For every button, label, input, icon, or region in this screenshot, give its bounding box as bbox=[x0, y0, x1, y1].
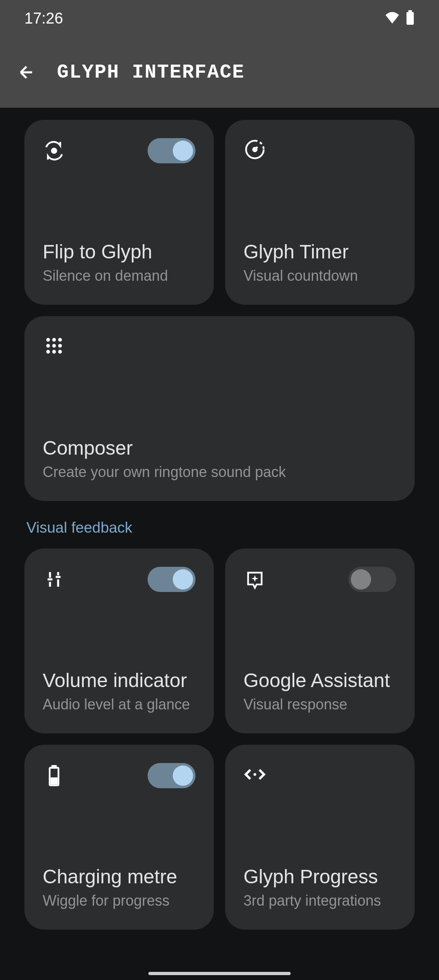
sliders-icon bbox=[43, 568, 65, 591]
card-subtitle: 3rd party integrations bbox=[243, 892, 396, 909]
back-button[interactable] bbox=[16, 62, 37, 82]
card-subtitle: Visual response bbox=[243, 696, 396, 713]
card-subtitle: Visual countdown bbox=[243, 267, 396, 284]
charging-metre-toggle[interactable] bbox=[148, 763, 196, 788]
card-subtitle: Create your own ringtone sound pack bbox=[43, 463, 396, 481]
svg-rect-1 bbox=[406, 12, 414, 25]
app-header: GLYPH INTERFACE bbox=[0, 37, 439, 108]
wifi-icon bbox=[385, 11, 400, 25]
page-title: GLYPH INTERFACE bbox=[57, 61, 245, 83]
composer-card[interactable]: Composer Create your own ringtone sound … bbox=[24, 316, 415, 501]
status-time: 17:26 bbox=[24, 10, 63, 27]
google-assistant-toggle[interactable] bbox=[348, 567, 396, 592]
card-title: Volume indicator bbox=[43, 669, 196, 692]
card-subtitle: Audio level at a glance bbox=[43, 696, 196, 713]
battery-icon bbox=[43, 765, 65, 787]
flip-to-glyph-toggle[interactable] bbox=[148, 138, 196, 163]
card-subtitle: Silence on demand bbox=[43, 267, 196, 284]
status-icons bbox=[385, 10, 415, 26]
code-brackets-icon bbox=[243, 763, 266, 785]
section-header-visual-feedback: Visual feedback bbox=[24, 519, 415, 536]
svg-point-6 bbox=[58, 338, 62, 341]
battery-icon bbox=[406, 10, 415, 26]
svg-rect-21 bbox=[51, 778, 57, 784]
card-title: Google Assistant bbox=[243, 669, 396, 692]
svg-point-9 bbox=[58, 344, 62, 347]
composer-grid-icon bbox=[43, 334, 65, 357]
svg-point-7 bbox=[46, 344, 50, 347]
svg-point-12 bbox=[58, 350, 62, 353]
volume-indicator-toggle[interactable] bbox=[148, 567, 196, 592]
card-title: Charging metre bbox=[43, 865, 196, 889]
volume-indicator-card[interactable]: Volume indicator Audio level at a glance bbox=[24, 549, 214, 733]
svg-point-8 bbox=[52, 344, 56, 347]
card-title: Glyph Progress bbox=[243, 865, 396, 889]
card-title: Composer bbox=[43, 436, 396, 460]
status-bar: 17:26 bbox=[0, 0, 439, 37]
svg-rect-0 bbox=[409, 10, 412, 12]
assistant-sparkle-icon bbox=[243, 568, 266, 591]
card-title: Glyph Timer bbox=[243, 240, 396, 264]
content-area: Flip to Glyph Silence on demand Glyph Ti… bbox=[0, 108, 439, 953]
svg-point-5 bbox=[52, 338, 56, 341]
timer-icon bbox=[243, 138, 266, 160]
card-subtitle: Wiggle for progress bbox=[43, 892, 196, 909]
flip-glyph-icon bbox=[43, 140, 65, 162]
svg-point-4 bbox=[46, 338, 50, 341]
svg-point-10 bbox=[46, 350, 50, 353]
nav-indicator[interactable] bbox=[148, 972, 291, 975]
glyph-timer-card[interactable]: Glyph Timer Visual countdown bbox=[225, 120, 415, 305]
charging-metre-card[interactable]: Charging metre Wiggle for progress bbox=[24, 745, 214, 930]
svg-point-22 bbox=[253, 773, 256, 776]
svg-point-11 bbox=[52, 350, 56, 353]
svg-point-2 bbox=[52, 149, 56, 153]
flip-to-glyph-card[interactable]: Flip to Glyph Silence on demand bbox=[24, 120, 214, 305]
google-assistant-card[interactable]: Google Assistant Visual response bbox=[225, 549, 415, 733]
glyph-progress-card[interactable]: Glyph Progress 3rd party integrations bbox=[225, 745, 415, 930]
card-title: Flip to Glyph bbox=[43, 240, 196, 264]
